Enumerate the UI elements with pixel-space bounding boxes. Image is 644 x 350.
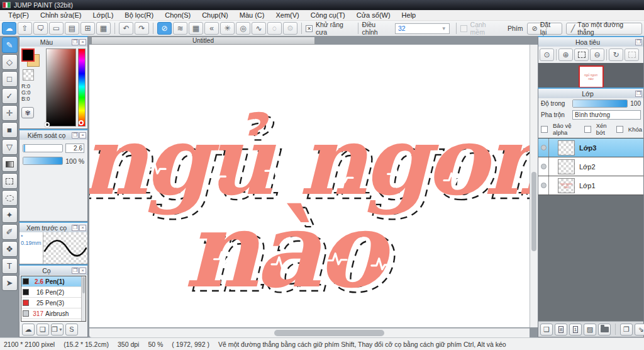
transparent-swatch[interactable]	[23, 69, 34, 81]
antialias-checkbox[interactable]: ✕	[306, 25, 313, 32]
navigator-preview[interactable]: ngủ ngon nào	[538, 63, 643, 91]
saturation-value-picker[interactable]	[46, 48, 76, 127]
panel-button[interactable]: ⊞	[80, 22, 95, 35]
snap-radial-button[interactable]: ✳	[220, 22, 235, 35]
visibility-toggle[interactable]	[538, 157, 549, 176]
gradient-tool[interactable]	[2, 156, 18, 172]
material-button[interactable]: ▦	[96, 22, 111, 35]
layer-row-lop2[interactable]: Lớp2	[538, 157, 643, 176]
brush-opacity-slider[interactable]	[23, 157, 63, 165]
share-button[interactable]: ⇧	[18, 22, 32, 35]
snap-curve-button[interactable]: ∿	[252, 22, 266, 35]
script-brush-button[interactable]: S	[65, 324, 78, 336]
brush-item-fluffy-water[interactable]: 50 Fluffy Water	[21, 319, 86, 322]
bucket-tool[interactable]: ▽	[2, 139, 18, 155]
comment-button[interactable]: 🗨	[33, 22, 48, 35]
duplicate-layer-button[interactable]: ❐	[620, 324, 633, 336]
menu-select[interactable]: Chọn(S)	[159, 11, 196, 20]
soft-edge-checkbox[interactable]	[460, 25, 467, 32]
duplicate-brush-button[interactable]: ❐▼	[51, 324, 64, 336]
menu-help[interactable]: Help	[396, 11, 422, 20]
menu-capture[interactable]: Chụp(N)	[196, 11, 234, 20]
popup-icon[interactable]: ❐	[635, 91, 642, 97]
foreground-color-swatch[interactable]	[21, 48, 35, 62]
snap-parallel-button[interactable]: ≋	[173, 22, 187, 35]
operation-tool[interactable]: ➤	[2, 275, 18, 291]
close-icon[interactable]: ×	[79, 268, 86, 274]
fill-select-tool[interactable]: ■	[2, 122, 18, 138]
brush-item-pen2[interactable]: 16 Pen(2)	[21, 287, 86, 298]
brush-cloud-download-button[interactable]: ☁	[22, 324, 35, 336]
blend-dropdown[interactable]: Bình thường	[572, 110, 641, 120]
fit-screen-button[interactable]	[574, 48, 589, 61]
menu-window[interactable]: Cửa sổ(W)	[351, 11, 396, 20]
snap-concentric-button[interactable]: ◎	[236, 22, 250, 35]
canvas[interactable]: ngủ ngon ngủ ngon nào nào	[89, 45, 530, 327]
polyline-tool[interactable]: ✓	[2, 88, 18, 104]
close-icon[interactable]: ×	[79, 132, 86, 138]
scrollbar-thumb[interactable]	[531, 172, 536, 251]
close-icon[interactable]: ×	[79, 225, 86, 231]
eraser-tool[interactable]: ◇	[2, 54, 18, 70]
straight-line-button[interactable]: ╱ Tạo một đường thẳng	[566, 23, 642, 35]
clipping-checkbox[interactable]	[584, 126, 591, 133]
adjust-dropdown[interactable]: 32 ▼	[395, 23, 450, 34]
spread-view-button[interactable]	[625, 48, 639, 61]
zoom-reset-button[interactable]: ⊙	[540, 48, 554, 61]
snap-vanishing-button[interactable]: «	[204, 22, 219, 35]
zoom-out-button[interactable]: ⊖	[590, 48, 604, 61]
snap-settings-button[interactable]: ⚙	[283, 22, 297, 35]
brush-list-scrollbar[interactable]	[81, 276, 86, 321]
reset-button[interactable]: ⊘ Đặt lại	[527, 23, 562, 35]
menu-tools[interactable]: Công cụ(T)	[305, 11, 351, 20]
visibility-toggle[interactable]	[538, 138, 549, 157]
snap-grid-button[interactable]: ▦	[189, 22, 203, 35]
scrollbar-thumb[interactable]	[274, 330, 384, 336]
zoom-in-button[interactable]: ⊕	[558, 48, 573, 61]
add-1bit-layer-button[interactable]: 1	[569, 324, 582, 336]
canvas-horizontal-scrollbar[interactable]	[89, 328, 530, 337]
shape-brush-tool[interactable]: □	[2, 71, 18, 87]
layer-opacity-slider[interactable]	[572, 99, 628, 108]
lasso-tool[interactable]	[2, 190, 18, 206]
document-tab[interactable]: Untitled	[91, 37, 315, 45]
cloud-button[interactable]: ☁	[2, 22, 16, 35]
menu-filter[interactable]: Bộ lọc(R)	[119, 11, 159, 20]
snap-off-button[interactable]: ⊘	[157, 22, 172, 35]
select-eraser-tool[interactable]: ❖	[2, 241, 18, 257]
canvas-vertical-scrollbar[interactable]	[530, 45, 538, 327]
menu-color[interactable]: Màu (C)	[234, 11, 270, 20]
popup-icon[interactable]: ❐	[72, 39, 79, 45]
menu-view[interactable]: Xem(V)	[270, 11, 304, 20]
document-button[interactable]: ▤	[65, 22, 79, 35]
add-folder-button[interactable]	[598, 324, 611, 336]
popup-icon[interactable]: ❐	[72, 268, 79, 274]
brush-tool[interactable]: ✎	[2, 37, 18, 53]
snap-ellipse-button[interactable]: ◌	[267, 22, 282, 35]
comment2-button[interactable]: ▭	[49, 22, 64, 35]
magic-wand-tool[interactable]: ✦	[2, 207, 18, 223]
popup-icon[interactable]: ❐	[72, 132, 79, 138]
visibility-toggle[interactable]	[538, 176, 549, 195]
select-rect-tool[interactable]	[2, 173, 18, 189]
brush-item-airbrush[interactable]: 317 Airbrush	[21, 308, 86, 319]
hue-bar[interactable]	[78, 48, 86, 127]
add-halftone-layer-button[interactable]: ▨	[584, 324, 596, 336]
menu-edit[interactable]: Chỉnh sửa(E)	[35, 11, 87, 20]
popup-icon[interactable]: ❐	[72, 225, 79, 231]
alpha-lock-checkbox[interactable]	[541, 126, 548, 133]
popup-icon[interactable]: ❐	[635, 39, 642, 45]
menu-file[interactable]: Tệp(F)	[3, 11, 35, 20]
brush-item-pen1[interactable]: 2.6 Pen(1)	[21, 276, 86, 287]
text-tool[interactable]: T	[2, 258, 18, 274]
layer-row-lop3[interactable]: Lớp3	[538, 138, 643, 157]
brush-item-pen3[interactable]: 25 Pen(3)	[21, 298, 86, 308]
add-brush-button[interactable]: ❏	[36, 324, 49, 336]
palette-button[interactable]: ✾	[21, 107, 34, 118]
close-icon[interactable]: ×	[79, 39, 86, 45]
layer-row-lop1[interactable]: ngủ ngonnào Lớp1	[538, 176, 643, 195]
move-tool[interactable]: ✛	[2, 105, 18, 121]
undo-button[interactable]: ↶	[119, 22, 133, 35]
lock-checkbox[interactable]	[616, 126, 623, 133]
brush-size-slider[interactable]	[23, 144, 63, 152]
